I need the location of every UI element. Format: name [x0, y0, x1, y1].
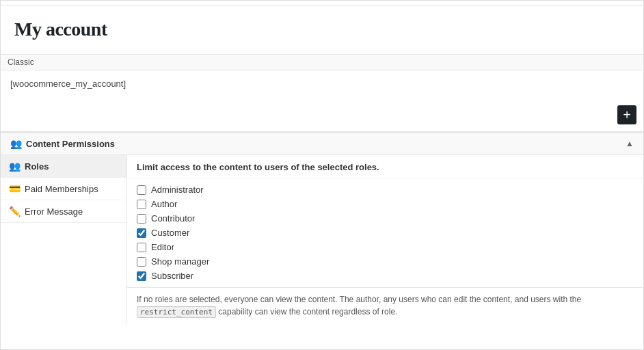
permissions-body: 👥 Roles 💳 Paid Memberships ✏️ Error Mess… — [1, 155, 643, 324]
administrator-label: Administrator — [151, 185, 204, 195]
subscriber-checkbox[interactable] — [137, 271, 146, 281]
sidebar-item-error-message-label: Error Message — [25, 206, 83, 217]
title-area: My account — [1, 6, 643, 55]
editor-content: [woocommerce_my_account] — [10, 77, 634, 92]
customer-label: Customer — [151, 228, 189, 238]
roles-list: Administrator Author Contributor — [127, 178, 643, 287]
add-block-button[interactable]: + — [617, 105, 636, 124]
sidebar-item-error-message[interactable]: ✏️ Error Message — [1, 200, 126, 223]
permissions-icon: 👥 — [10, 138, 22, 149]
shop-manager-checkbox[interactable] — [137, 257, 146, 267]
paid-memberships-icon: 💳 — [9, 183, 21, 194]
permissions-header[interactable]: 👥 Content Permissions ▲ — [1, 133, 643, 155]
toolbar-label: Classic — [8, 57, 34, 67]
list-item: Customer — [137, 226, 634, 240]
contributor-label: Contributor — [151, 213, 195, 224]
editor-toolbar: Classic — [1, 55, 643, 70]
author-label: Author — [151, 199, 177, 209]
sidebar-item-roles-label: Roles — [25, 161, 49, 172]
editor-checkbox[interactable] — [137, 243, 146, 252]
page-title: My account — [14, 18, 630, 40]
footer-code: restrict_content — [137, 306, 216, 318]
content-permissions-panel: 👥 Content Permissions ▲ 👥 Roles 💳 Paid M… — [1, 132, 643, 324]
list-item: Editor — [137, 240, 634, 254]
administrator-checkbox[interactable] — [137, 185, 146, 195]
list-item: Administrator — [137, 183, 634, 197]
editor-area[interactable]: [woocommerce_my_account] + — [1, 70, 643, 132]
footer-note-after: capability can view the content regardle… — [216, 307, 397, 317]
contributor-checkbox[interactable] — [137, 214, 146, 224]
sidebar-item-paid-memberships-label: Paid Memberships — [25, 184, 98, 194]
subscriber-label: Subscriber — [151, 271, 193, 281]
shop-manager-label: Shop manager — [151, 256, 209, 267]
author-checkbox[interactable] — [137, 200, 146, 209]
page-wrapper: My account Classic [woocommerce_my_accou… — [0, 0, 644, 350]
editor-label: Editor — [151, 242, 174, 252]
permissions-sidebar: 👥 Roles 💳 Paid Memberships ✏️ Error Mess… — [1, 155, 127, 324]
list-item: Shop manager — [137, 254, 634, 269]
roles-icon: 👥 — [9, 161, 21, 172]
sidebar-item-paid-memberships[interactable]: 💳 Paid Memberships — [1, 178, 126, 200]
roles-list-wrapper[interactable]: Administrator Author Contributor — [127, 178, 643, 288]
list-item: Contributor — [137, 211, 634, 226]
collapse-icon: ▲ — [626, 139, 634, 148]
permissions-title: Content Permissions — [26, 139, 115, 149]
list-item: Subscriber — [137, 269, 634, 283]
error-message-icon: ✏️ — [9, 206, 21, 217]
permissions-content: Limit access to the content to users of … — [127, 155, 643, 324]
list-item: Author — [137, 197, 634, 211]
top-bar — [1, 1, 643, 6]
sidebar-item-roles[interactable]: 👥 Roles — [1, 155, 126, 178]
customer-checkbox[interactable] — [137, 228, 146, 238]
footer-note-before: If no roles are selected, everyone can v… — [137, 295, 581, 304]
permissions-description: Limit access to the content to users of … — [127, 155, 643, 178]
permissions-footer: If no roles are selected, everyone can v… — [127, 288, 643, 324]
permissions-header-left: 👥 Content Permissions — [10, 138, 115, 149]
